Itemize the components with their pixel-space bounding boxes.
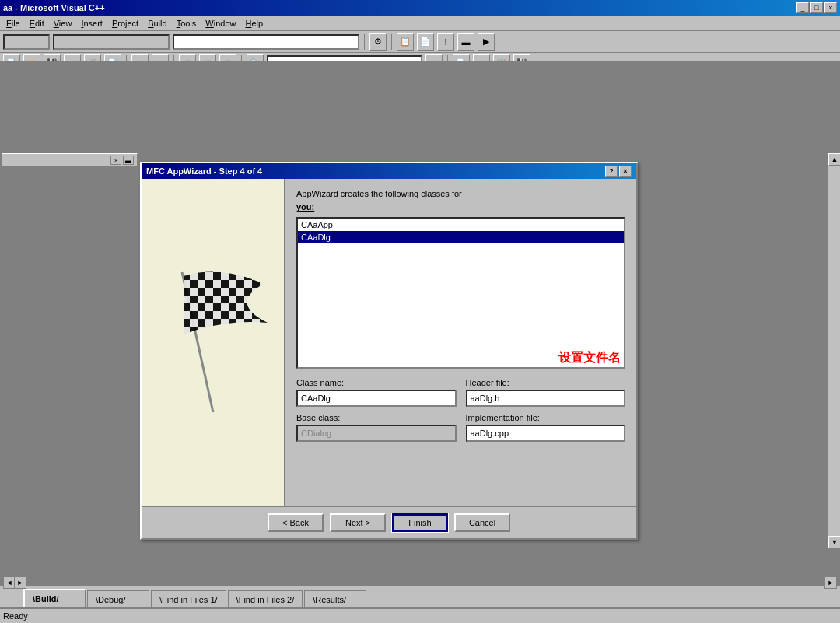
cancel-button[interactable]: Cancel [454,513,510,532]
tab-results[interactable]: \ Results / [304,590,366,607]
toolbar-btn-3[interactable]: ! [437,33,454,51]
base-class-group: Base class: [296,413,457,442]
dialog-help-button[interactable]: ? [605,166,618,177]
toolbar-btn-4[interactable]: ▬ [457,33,474,51]
tab-scroll-right[interactable]: ► [824,576,837,589]
dialog-footer: < Back Next > Finish Cancel [142,506,636,538]
class-name-input[interactable] [296,390,457,407]
base-class-input [296,425,457,442]
tab-find-1[interactable]: \ Find in Files 1 / [151,590,226,607]
dialog-title-text: MFC AppWizard - Step 4 of 4 [146,166,262,176]
base-class-label: Base class: [296,413,457,422]
menu-tools[interactable]: Tools [172,17,201,30]
header-file-group: Header file: [466,378,626,407]
finish-button[interactable]: Finish [392,513,448,532]
child-window-restore[interactable]: ▬ [123,156,134,165]
title-bar-controls: _ □ × [796,2,837,13]
tab-build[interactable]: \ Build / [23,589,86,607]
menu-bar: File Edit View Insert Project Build Tool… [0,16,840,31]
status-bar: Ready [0,607,840,623]
tab-arrow-right[interactable]: ► [14,576,26,589]
classes-listbox[interactable]: CAaApp CAaDlg [296,217,625,369]
class-item-caaapp[interactable]: CAaApp [298,219,624,231]
impl-file-input[interactable] [466,425,626,442]
main-scrollbar: ▲ ▼ [828,153,840,548]
form-row-2: Base class: Implementation file: [296,413,625,442]
class-name-label: Class name: [296,378,457,387]
main-workspace: × ▬ MFC AppWizard - Step 4 of 4 ? × [0,61,840,586]
form-row-1: Class name: Header file: [296,378,625,407]
next-button[interactable]: Next > [330,513,386,532]
toolbar-sep-2 [391,34,392,50]
class-name-group: Class name: [296,378,457,407]
title-bar: aa - Microsoft Visual C++ _ □ × [0,0,840,16]
scroll-up-button[interactable]: ▲ [828,153,840,166]
menu-view[interactable]: View [49,17,77,30]
menu-build[interactable]: Build [143,17,171,30]
dialog-left-panel [142,179,285,506]
impl-file-group: Implementation file: [466,413,626,442]
toolbar-1: ⚙ 📋 📄 ! ▬ ▶ [0,31,840,53]
back-button[interactable]: < Back [268,513,324,532]
toolbar-combo-1[interactable] [3,34,50,50]
child-window-close[interactable]: × [110,156,121,165]
menu-insert[interactable]: Insert [76,17,107,30]
dialog-close-button[interactable]: × [619,166,632,177]
toolbar-sep-1 [364,34,365,50]
maximize-button[interactable]: □ [810,2,823,13]
status-text: Ready [3,611,28,621]
checkered-flag-image [151,257,275,428]
minimize-button[interactable]: _ [796,2,809,13]
menu-project[interactable]: Project [107,17,143,30]
header-file-label: Header file: [466,378,626,387]
toolbar-btn-gear[interactable]: ⚙ [369,33,387,51]
window-title: aa - Microsoft Visual C++ [3,3,105,12]
dialog-description-2: you: [296,201,625,213]
dialog-title-bar: MFC AppWizard - Step 4 of 4 ? × [142,163,636,179]
dialog-body: AppWizard creates the following classes … [142,179,636,506]
impl-file-label: Implementation file: [466,413,626,422]
menu-help[interactable]: Help [240,17,268,30]
child-window-bar: × ▬ [2,153,138,167]
close-button[interactable]: × [824,2,837,13]
toolbar-combo-2[interactable] [53,34,170,50]
header-file-input[interactable] [466,390,626,407]
class-item-caadlg[interactable]: CAaDlg [298,231,624,243]
menu-edit[interactable]: Edit [25,17,49,30]
tab-find-2[interactable]: \ Find in Files 2 / [228,590,303,607]
tab-debug[interactable]: \ Debug / [87,590,149,607]
toolbar-btn-5[interactable]: ▶ [478,33,495,51]
toolbar-btn-2[interactable]: 📄 [417,33,434,51]
menu-file[interactable]: File [2,17,25,30]
toolbar-combo-3[interactable] [173,34,359,50]
menu-window[interactable]: Window [201,17,240,30]
dialog-right-panel: AppWizard creates the following classes … [285,179,636,506]
dialog-description-1: AppWizard creates the following classes … [296,188,625,200]
scroll-down-button[interactable]: ▼ [828,536,840,548]
appwizard-dialog: MFC AppWizard - Step 4 of 4 ? × [140,162,638,540]
bottom-tabs: ◄ ► \ Build / \ Debug / \ Find in Files … [0,586,840,607]
toolbar-btn-1[interactable]: 📋 [397,33,414,51]
